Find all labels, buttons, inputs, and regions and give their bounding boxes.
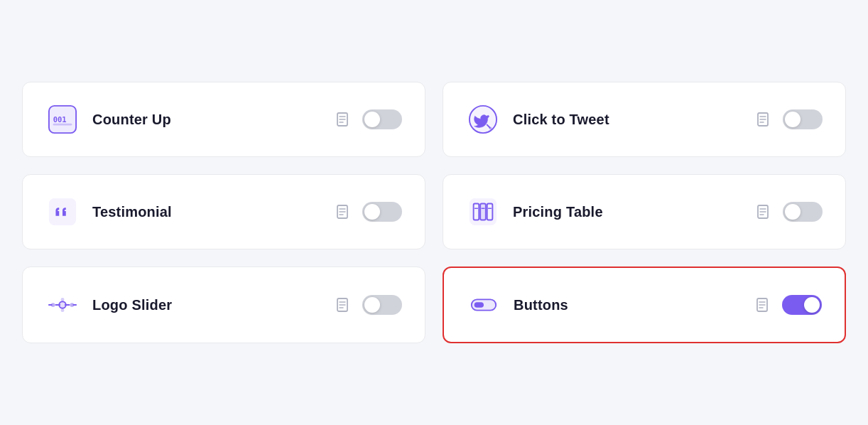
buttons-icon [467,288,501,322]
click-to-tweet-icon [466,102,500,136]
card-actions-click-to-tweet [753,109,823,129]
card-actions-logo-slider [332,295,402,315]
card-actions-counter-up [332,109,402,129]
toggle-testimonial[interactable] [362,202,402,222]
card-click-to-tweet: Click to Tweet [443,82,846,157]
doc-icon-click-to-tweet[interactable] [753,109,773,129]
card-label-click-to-tweet: Click to Tweet [513,112,740,128]
svg-point-36 [61,308,65,312]
svg-text:001: 001 [53,115,67,124]
card-label-pricing-table: Pricing Table [513,204,740,220]
toggle-click-to-tweet[interactable] [783,109,823,129]
card-actions-pricing-table [753,202,823,222]
toggle-thumb-logo-slider [364,297,380,313]
svg-rect-42 [474,302,484,308]
card-logo-slider: Logo Slider [22,267,425,343]
card-label-buttons: Buttons [514,297,739,313]
doc-icon-counter-up[interactable] [332,109,352,129]
doc-icon-testimonial[interactable] [332,202,352,222]
toggle-thumb-click-to-tweet [785,112,801,127]
toggle-thumb-testimonial [364,204,380,220]
doc-icon-logo-slider[interactable] [332,295,352,315]
toggle-logo-slider[interactable] [362,295,402,315]
card-label-logo-slider: Logo Slider [92,297,320,313]
pricing-table-icon [466,195,500,229]
toggle-thumb-counter-up [364,112,380,127]
card-label-counter-up: Counter Up [92,112,320,128]
doc-icon-pricing-table[interactable] [753,202,773,222]
counter-up-icon: 001 [45,102,80,136]
svg-rect-3 [53,124,72,126]
card-counter-up: 001 Counter Up [22,82,425,157]
testimonial-icon [45,195,80,229]
card-label-testimonial: Testimonial [92,204,320,220]
card-actions-buttons [752,295,822,315]
logo-slider-icon [45,288,80,322]
card-actions-testimonial [332,202,402,222]
toggle-pricing-table[interactable] [783,202,823,222]
toggle-buttons[interactable] [782,295,822,315]
toggle-thumb-pricing-table [785,204,801,220]
doc-icon-buttons[interactable] [752,295,772,315]
card-testimonial: Testimonial [22,174,425,249]
card-pricing-table: Pricing Table [443,174,846,249]
widget-grid: 001 Counter Up [22,82,846,343]
svg-point-35 [61,298,65,301]
svg-rect-21 [480,204,486,220]
svg-point-9 [489,127,492,130]
toggle-counter-up[interactable] [362,109,402,129]
toggle-thumb-buttons [804,297,820,313]
card-buttons: Buttons [443,267,846,343]
